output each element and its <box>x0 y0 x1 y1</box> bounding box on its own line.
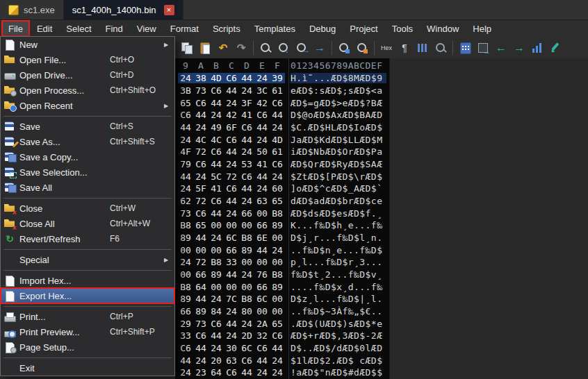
histogram-button[interactable] <box>528 39 546 57</box>
hex-byte[interactable]: 00 <box>270 257 285 267</box>
hex-byte[interactable]: 44 <box>254 171 270 182</box>
hex-byte[interactable]: B8 <box>239 294 254 304</box>
hex-byte[interactable]: 24 <box>270 355 285 366</box>
menu-item-open-file[interactable]: Open File...Ctrl+O <box>1 52 174 67</box>
hex-byte[interactable]: 61 <box>270 146 285 157</box>
hex-byte[interactable]: C6 <box>193 98 209 108</box>
menubar-item-debug[interactable]: Debug <box>302 20 343 37</box>
hex-byte[interactable]: 00 <box>270 233 285 243</box>
hex-byte[interactable]: 50 <box>254 146 270 157</box>
replace-button[interactable] <box>353 39 371 57</box>
hex-byte[interactable]: 66 <box>239 208 254 219</box>
hex-byte[interactable]: C6 <box>270 159 285 169</box>
show-whitespace-button[interactable] <box>395 39 414 57</box>
hex-byte[interactable]: 00 <box>239 220 254 230</box>
hex-byte[interactable]: 84 <box>209 306 224 317</box>
menu-item-import-hex[interactable]: Import Hex... <box>1 273 174 288</box>
hex-byte[interactable]: 73 <box>178 208 193 219</box>
menu-item-open-drive[interactable]: Open Drive...Ctrl+D <box>1 67 174 83</box>
ascii-text[interactable]: $ZtÆD$[PÆD$\rÆD$ <box>291 171 386 182</box>
hex-byte[interactable]: 4F <box>178 146 193 157</box>
ascii-text[interactable]: !aÆD$"nÆD$#dÆD$$ <box>291 367 386 378</box>
menu-item-save-as[interactable]: Save As...Ctrl+Shift+S <box>1 134 174 149</box>
hex-byte[interactable]: 66 <box>254 220 270 230</box>
menu-item-page-setup[interactable]: Page Setup... <box>1 339 174 355</box>
hex-byte[interactable]: 44 <box>209 159 224 169</box>
ascii-text[interactable]: ÆD$=gÆD$>eÆD$?BÆ <box>291 98 386 108</box>
menubar-item-find[interactable]: Find <box>99 20 130 37</box>
hex-byte[interactable]: C6 <box>254 110 270 120</box>
ascii-text[interactable]: D$z¸l...f‰D$|¸l. <box>291 294 386 304</box>
hex-byte[interactable]: 64 <box>209 367 224 378</box>
menubar-item-scripts[interactable]: Scripts <box>206 20 247 37</box>
hex-byte[interactable]: 24 <box>270 171 285 182</box>
ascii-text[interactable]: ..f‰D$n¸e...f‰D$ <box>291 245 386 255</box>
hex-byte[interactable]: 4C <box>209 135 224 145</box>
ascii-text[interactable]: .ÆD$(UÆD$)sÆD$*e <box>291 319 386 329</box>
hex-byte[interactable]: C6 <box>193 208 209 219</box>
hex-byte[interactable]: B8 <box>270 208 285 219</box>
hex-byte[interactable]: 5F <box>193 183 209 194</box>
menubar-item-format[interactable]: Format <box>163 20 206 37</box>
hex-byte[interactable]: 44 <box>193 294 209 304</box>
menu-item-close-all[interactable]: Close AllCtrl+Alt+W <box>1 216 174 231</box>
hex-byte[interactable]: 64 <box>193 282 209 292</box>
tab-sc1-exe[interactable]: sc1.exe <box>0 0 64 19</box>
hex-byte[interactable]: 44 <box>209 98 224 108</box>
menu-item-close[interactable]: CloseCtrl+W <box>1 201 174 216</box>
hex-byte[interactable]: 29 <box>178 319 193 329</box>
hex-byte[interactable]: 89 <box>178 294 193 304</box>
hex-byte[interactable]: C6 <box>209 146 224 157</box>
hex-byte[interactable]: C6 <box>193 159 209 169</box>
hex-byte[interactable]: 6C <box>224 233 239 243</box>
hex-byte[interactable]: 44 <box>254 245 270 255</box>
hex-byte[interactable]: C6 <box>224 183 239 194</box>
hex-byte[interactable]: 24 <box>239 196 254 206</box>
hex-byte[interactable]: C6 <box>224 367 239 378</box>
hex-byte[interactable]: 6C <box>254 294 270 304</box>
tab-close-button[interactable]: × <box>164 5 174 15</box>
hex-byte[interactable]: 44 <box>224 319 239 329</box>
hex-byte[interactable]: 5C <box>209 171 224 182</box>
hex-display-button[interactable]: Hex <box>377 39 395 57</box>
hex-byte[interactable]: 65 <box>270 319 285 329</box>
hex-byte[interactable]: 24 <box>239 146 254 157</box>
hex-byte[interactable]: 24 <box>224 98 239 108</box>
column-mode-button[interactable] <box>414 39 432 57</box>
hex-byte[interactable]: 3C <box>254 85 270 96</box>
hex-byte[interactable]: 00 <box>178 269 193 280</box>
hex-byte[interactable]: 89 <box>270 220 285 230</box>
hex-byte[interactable]: B8 <box>178 282 193 292</box>
hex-byte[interactable]: 00 <box>224 220 239 230</box>
hex-byte[interactable]: B8 <box>209 257 224 267</box>
hex-byte[interactable]: 44 <box>178 171 193 182</box>
hex-byte[interactable]: 66 <box>193 269 209 280</box>
hex-byte[interactable]: C6 <box>193 330 209 341</box>
hex-byte[interactable]: 24 <box>224 330 239 341</box>
hex-byte[interactable]: 00 <box>209 220 224 230</box>
find-strings-button[interactable] <box>335 39 353 57</box>
hex-byte[interactable]: 44 <box>239 367 254 378</box>
menu-item-export-hex[interactable]: Export Hex... <box>1 288 174 303</box>
hex-byte[interactable]: 00 <box>254 306 270 317</box>
hex-byte[interactable]: 44 <box>178 122 193 133</box>
hex-byte[interactable]: 44 <box>209 330 224 341</box>
navigate-back-button[interactable] <box>492 39 510 57</box>
menubar-item-view[interactable]: View <box>130 20 163 37</box>
hex-byte[interactable]: 2A <box>254 319 270 329</box>
ascii-text[interactable]: ]oÆD$^cÆD$_AÆD$` <box>291 183 386 194</box>
hex-byte[interactable]: 72 <box>193 196 209 206</box>
hex-byte[interactable]: 33 <box>178 330 193 341</box>
ascii-text[interactable]: $1lÆD$2.ÆD$ cÆD$ <box>291 355 386 366</box>
hex-byte[interactable]: 24 <box>239 319 254 329</box>
hex-byte[interactable]: 65 <box>193 220 209 230</box>
ascii-text[interactable]: D$j¸r...f‰D$l¸n. <box>291 233 386 243</box>
menu-item-special[interactable]: Special▶ <box>1 252 174 267</box>
menubar-item-select[interactable]: Select <box>59 20 98 37</box>
hex-byte[interactable]: 24 <box>254 73 270 83</box>
menubar-item-window[interactable]: Window <box>420 20 466 37</box>
hex-byte[interactable]: 24 <box>224 159 239 169</box>
hex-byte[interactable]: 49 <box>209 122 224 133</box>
find-button[interactable] <box>256 39 275 57</box>
hex-byte[interactable]: 61 <box>270 85 285 96</box>
